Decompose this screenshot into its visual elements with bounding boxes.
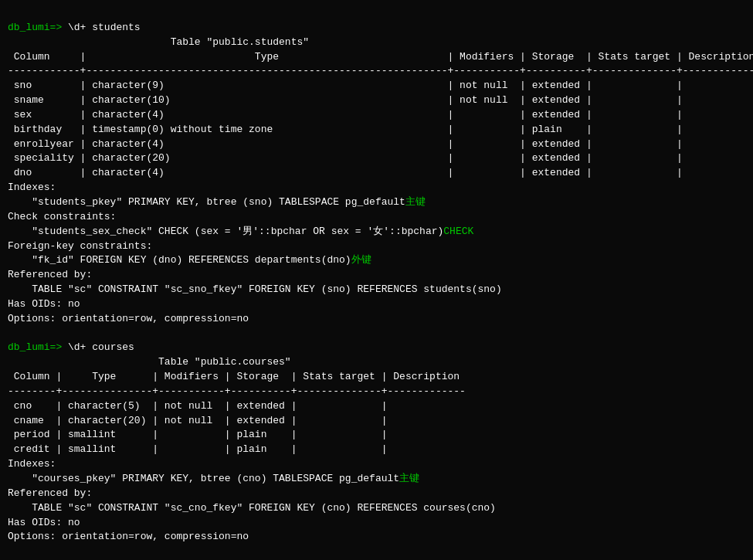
students-sex-check-text: "students_sex_check" CHECK (sex = '男'::b…	[8, 226, 443, 237]
indexes-label: Indexes:	[8, 182, 56, 193]
courses-col-header: Column | Type | Modifiers | Storage | St…	[8, 371, 460, 382]
students-sex-check-line: "students_sex_check" CHECK (sex = '男'::b…	[8, 226, 473, 237]
fk-id-text: "fk_id" FOREIGN KEY (dno) REFERENCES dep…	[8, 254, 351, 266]
students-sex-check-chinese: CHECK	[443, 226, 473, 237]
courses-ref-line: TABLE "sc" CONSTRAINT "sc_cno_fkey" FORE…	[8, 502, 496, 514]
terminal-output: db_lumi=> \d+ students Table "public.stu…	[8, 6, 745, 545]
students-table-title: Table "public.students"	[8, 36, 309, 48]
students-pkey-chinese: 主键	[405, 196, 426, 208]
courses-prompt: db_lumi=>	[8, 341, 62, 353]
courses-pkey-text: "courses_pkey" PRIMARY KEY, btree (cno) …	[8, 473, 399, 484]
courses-row-cno: cno | character(5) | not null | extended…	[8, 400, 387, 412]
students-row-sname: sname | character(10) | not null | exten…	[8, 94, 683, 106]
students-row-dno: dno | character(4) | | extended | |	[8, 167, 683, 178]
courses-table-title: Table "public.courses"	[8, 356, 291, 368]
referenced-by-label: Referenced by:	[8, 269, 92, 280]
students-prompt-line: db_lumi=> \d+ students	[8, 22, 141, 33]
students-row-sex: sex | character(4) | | extended | |	[8, 109, 683, 120]
courses-prompt-line: db_lumi=> \d+ courses	[8, 341, 134, 353]
courses-row-period: period | smallint | | plain | |	[8, 429, 387, 440]
students-pkey-text: "students_pkey" PRIMARY KEY, btree (sno)…	[8, 196, 405, 208]
courses-row-credit: credit | smallint | | plain | |	[8, 443, 387, 455]
courses-pkey-chinese: 主键	[399, 473, 419, 484]
students-ref-line: TABLE "sc" CONSTRAINT "sc_sno_fkey" FORE…	[8, 283, 502, 295]
courses-pkey-line: "courses_pkey" PRIMARY KEY, btree (cno) …	[8, 473, 419, 484]
has-oids-courses: Has OIDs: no	[8, 517, 80, 528]
fk-id-chinese: 外键	[351, 254, 371, 266]
students-row-sno: sno | character(9) | not null | extended…	[8, 80, 683, 91]
check-constraints-label: Check constraints:	[8, 211, 116, 222]
options-courses: Options: orientation=row, compression=no	[8, 531, 249, 542]
students-row-birthday: birthday | timestamp(0) without time zon…	[8, 124, 683, 135]
students-pkey-line: "students_pkey" PRIMARY KEY, btree (sno)…	[8, 196, 426, 208]
courses-referenced-by-label: Referenced by:	[8, 487, 92, 499]
courses-separator: --------+---------------+-----------+---…	[8, 385, 466, 397]
students-separator: ------------+---------------------------…	[8, 65, 753, 76]
courses-command: \d+ courses	[62, 341, 134, 353]
students-col-header: Column | Type | Modifiers | Storage | St…	[8, 51, 753, 63]
students-row-enrollyear: enrollyear | character(4) | | extended |…	[8, 138, 683, 150]
courses-row-cname: cname | character(20) | not null | exten…	[8, 415, 387, 426]
has-oids-students: Has OIDs: no	[8, 298, 80, 310]
courses-indexes-label: Indexes:	[8, 458, 56, 470]
prompt: db_lumi=>	[8, 22, 62, 33]
students-row-speciality: speciality | character(20) | | extended …	[8, 152, 683, 164]
fk-constraints-label: Foreign-key constraints:	[8, 240, 152, 252]
fk-id-line: "fk_id" FOREIGN KEY (dno) REFERENCES dep…	[8, 254, 371, 266]
options-students: Options: orientation=row, compression=no	[8, 313, 249, 324]
students-command: \d+ students	[62, 22, 140, 33]
